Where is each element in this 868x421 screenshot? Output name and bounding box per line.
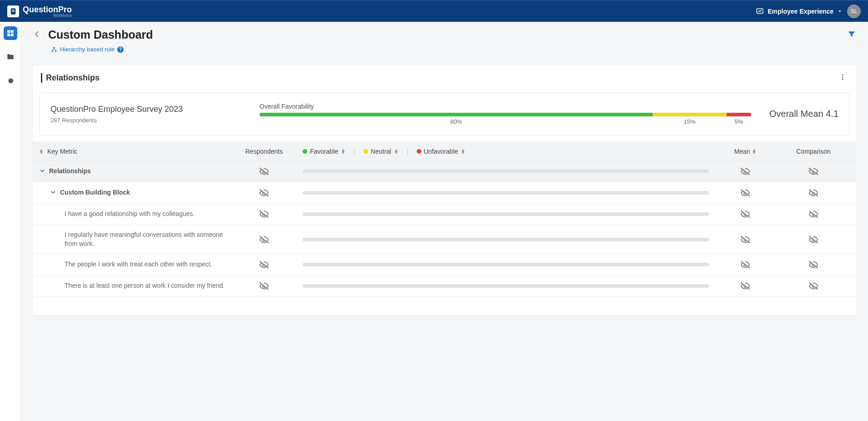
favorability-bar-labels: 80% 15% 5% xyxy=(259,118,751,125)
favorability-bar xyxy=(259,113,751,116)
user-avatar[interactable]: SL xyxy=(847,5,861,18)
svg-point-11 xyxy=(842,75,843,76)
row-label: I have a good relationship with my colle… xyxy=(65,210,195,219)
eye-off-icon xyxy=(808,188,818,198)
widget-panel: Relationships QuestionPro Employee Surve… xyxy=(33,65,856,315)
row-mean xyxy=(713,260,777,270)
table-row[interactable]: Custom Building Block xyxy=(33,182,856,204)
row-mean xyxy=(713,235,777,245)
eye-off-icon xyxy=(808,281,818,291)
svg-rect-5 xyxy=(10,30,13,33)
col-respondents[interactable]: Respondents xyxy=(230,148,298,155)
favorable-dot-icon xyxy=(303,149,307,154)
row-respondents xyxy=(230,281,298,291)
eye-off-icon xyxy=(740,260,750,270)
gear-icon xyxy=(6,76,15,85)
chevron-left-icon xyxy=(33,30,41,38)
overall-favorability-label: Overall Favorability xyxy=(259,103,751,110)
hierarchy-rule-label: Hierarchy based rule xyxy=(60,46,115,53)
col-neutral[interactable]: Neutral xyxy=(371,148,391,155)
top-bar: QuestionPro Workforce Employee Experienc… xyxy=(0,0,868,22)
favorability-bar-unfavorable xyxy=(727,113,751,116)
row-respondents xyxy=(230,188,298,198)
col-unfavorable[interactable]: Unfavorable xyxy=(424,148,459,155)
summary-card: QuestionPro Employee Survey 2023 287 Res… xyxy=(39,92,850,135)
product-switcher-label: Employee Experience xyxy=(768,8,833,15)
brand-subtitle: Workforce xyxy=(53,14,72,18)
svg-point-12 xyxy=(842,77,843,78)
row-favorability-bar xyxy=(298,284,713,288)
panel-menu-button[interactable] xyxy=(837,72,848,84)
row-favorability-bar xyxy=(298,238,713,241)
overall-mean: Overall Mean 4.1 xyxy=(769,109,838,119)
brand-logo-icon xyxy=(7,5,19,17)
neutral-dot-icon xyxy=(364,149,368,154)
table-row[interactable]: Relationships xyxy=(33,161,856,182)
row-mean xyxy=(713,209,777,219)
sidebar-item-dashboard[interactable] xyxy=(4,26,17,40)
svg-rect-6 xyxy=(7,34,10,36)
favorable-pct-label: 80% xyxy=(259,118,653,125)
sort-icon[interactable]: ▲▼ xyxy=(394,149,399,154)
row-comparison xyxy=(777,281,850,291)
row-favorability-bar xyxy=(298,170,713,173)
row-favorability-bar xyxy=(298,212,713,216)
row-respondents xyxy=(230,260,298,270)
col-favorable[interactable]: Favorable xyxy=(310,148,338,155)
respondents-count: 287 Respondents xyxy=(50,117,241,124)
sort-icon[interactable]: ▲▼ xyxy=(752,149,757,154)
eye-off-icon xyxy=(259,188,269,198)
sort-icon[interactable]: ▲▼ xyxy=(461,149,465,154)
favorability-bar-favorable xyxy=(259,113,653,116)
grid-icon xyxy=(6,29,15,37)
col-key-metric[interactable]: Key Metric xyxy=(47,148,77,155)
chevron-down-icon xyxy=(50,189,56,195)
back-button[interactable] xyxy=(33,30,41,40)
table-row: I regularly have meaningful conversation… xyxy=(33,225,856,254)
help-icon[interactable]: ? xyxy=(117,46,124,53)
row-mean xyxy=(713,166,777,176)
table-row: There is at least one person at work I c… xyxy=(33,276,856,297)
hierarchy-icon xyxy=(51,46,57,53)
eye-off-icon xyxy=(808,235,818,245)
brand[interactable]: QuestionPro Workforce xyxy=(7,5,72,18)
caret-down-icon xyxy=(837,9,843,14)
row-label: Relationships xyxy=(49,167,91,176)
col-mean[interactable]: Mean xyxy=(734,148,750,155)
sort-icon[interactable]: ▲▼ xyxy=(39,149,44,154)
row-favorability-bar xyxy=(298,263,713,266)
sidebar-item-settings[interactable] xyxy=(4,74,17,87)
filter-button[interactable] xyxy=(847,30,856,40)
eye-off-icon xyxy=(259,260,269,270)
brand-name: QuestionPro xyxy=(23,5,72,14)
eye-off-icon xyxy=(740,188,750,198)
eye-off-icon xyxy=(808,166,818,176)
row-comparison xyxy=(777,260,850,270)
svg-rect-2 xyxy=(12,11,15,12)
svg-rect-8 xyxy=(53,47,55,48)
svg-rect-7 xyxy=(10,34,13,36)
svg-rect-10 xyxy=(55,50,56,52)
row-favorability-bar xyxy=(298,191,713,195)
kebab-icon xyxy=(839,74,846,81)
eye-off-icon xyxy=(259,166,269,176)
sort-icon[interactable]: ▲▼ xyxy=(341,149,345,154)
eye-off-icon xyxy=(259,281,269,291)
table-row: The people I work with treat each other … xyxy=(33,254,856,276)
eye-off-icon xyxy=(808,260,818,270)
row-label: I regularly have meaningful conversation… xyxy=(65,231,230,248)
neutral-pct-label: 15% xyxy=(653,118,726,125)
hierarchy-rule-link[interactable]: Hierarchy based rule ? xyxy=(51,46,856,53)
eye-off-icon xyxy=(259,235,269,245)
row-mean xyxy=(713,188,777,198)
unfavorable-pct-label: 5% xyxy=(727,118,751,125)
product-switcher[interactable]: Employee Experience xyxy=(756,7,843,15)
analytics-icon xyxy=(756,7,764,15)
svg-rect-9 xyxy=(52,50,53,52)
eye-off-icon xyxy=(740,209,750,219)
chevron-down-icon xyxy=(39,168,45,174)
svg-point-13 xyxy=(842,79,843,80)
col-comparison[interactable]: Comparison xyxy=(777,148,850,155)
survey-name: QuestionPro Employee Survey 2023 xyxy=(50,105,241,114)
sidebar-item-folder[interactable] xyxy=(4,50,17,64)
